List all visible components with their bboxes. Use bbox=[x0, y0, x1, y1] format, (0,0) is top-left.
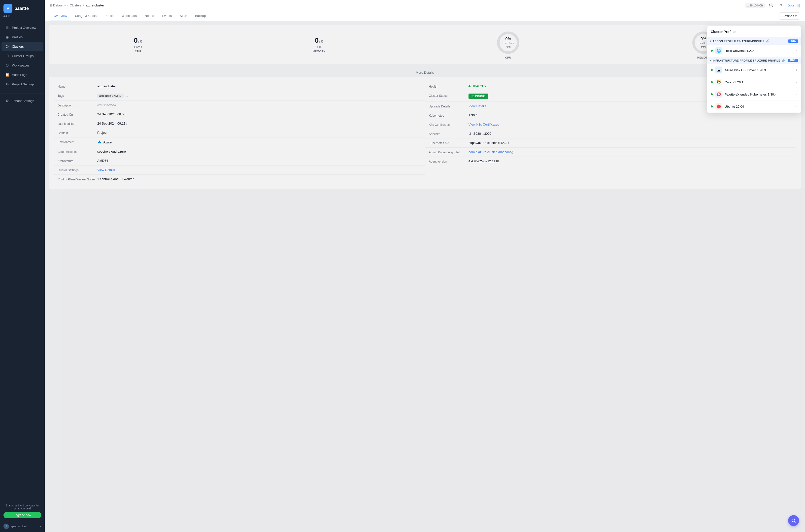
breadcrumb-clusters[interactable]: Clusters bbox=[70, 3, 82, 7]
tag-chip: app: hello-univer... bbox=[97, 94, 123, 98]
collapse-icon[interactable]: ‹ bbox=[40, 525, 41, 528]
profile-name: Hello Universe 1.2.0 bbox=[725, 49, 793, 53]
cluster-status-badge: RUNNING bbox=[468, 94, 488, 99]
logo-area: P palette bbox=[0, 0, 45, 15]
calico-icon: 🐯 bbox=[715, 79, 722, 86]
detail-row-cluster-settings: Cluster Settings View Details bbox=[54, 166, 425, 175]
profile-name: Calico 3.26.1 bbox=[725, 80, 793, 84]
sidebar-item-label: Project Settings bbox=[12, 82, 35, 86]
tags-more[interactable]: ... bbox=[126, 94, 128, 97]
topbar: ⊞ Default ▾ / Clusters / azure-cluster 1… bbox=[45, 0, 805, 11]
architecture-value: AMD64 bbox=[97, 159, 421, 163]
profile-status-dot bbox=[711, 106, 713, 108]
tenant-settings-icon: ⚙ bbox=[5, 99, 9, 103]
audit-logs-icon: 📋 bbox=[5, 73, 9, 77]
profile-item-palette-k8s[interactable]: ⭕ Palette eXtended Kubernetes 1.30.4 › bbox=[707, 88, 801, 100]
detail-row-agent: Agent version 4.4.9/20240912.1118 bbox=[425, 157, 796, 166]
cpu-donut-pct: 0% bbox=[502, 37, 514, 41]
settings-chevron-icon: ▾ bbox=[795, 14, 797, 18]
topbar-right: 1.29/100kCh 💬 ? Docs ||| bbox=[745, 2, 800, 9]
profile-chevron-icon: › bbox=[796, 105, 797, 108]
profile-item-azure-disk[interactable]: ☁ Azure Disk CSI Driver 1.28.3 › bbox=[707, 64, 801, 76]
docs-link[interactable]: Docs bbox=[788, 4, 794, 7]
sidebar-item-label: Profiles bbox=[12, 35, 23, 39]
version-label: 4.4.19 bbox=[0, 15, 45, 21]
help-button[interactable]: ? bbox=[778, 2, 785, 9]
cluster-name-value: azure-cluster bbox=[97, 84, 421, 88]
sidebar-bottom: Start small and only pay for what you us… bbox=[0, 501, 45, 532]
infra-group-label: INFRASTRUCTURE PROFILE TF-AZURE-PROFILE bbox=[712, 59, 780, 62]
tab-workloads[interactable]: Workloads bbox=[118, 11, 141, 21]
chat-button[interactable]: 💬 bbox=[768, 2, 775, 9]
sidebar-item-label: Clusters bbox=[12, 45, 24, 49]
infra-profile-group-header[interactable]: ▾ INFRASTRUCTURE PROFILE TF-AZURE-PROFIL… bbox=[707, 57, 801, 64]
tab-nodes[interactable]: Nodes bbox=[141, 11, 158, 21]
cpu-cores-value: 0 bbox=[134, 37, 138, 44]
tab-events[interactable]: Events bbox=[158, 11, 176, 21]
sidebar-item-clusters[interactable]: ⬡ Clusters bbox=[1, 42, 43, 51]
detail-row-name: Name azure-cluster bbox=[54, 82, 425, 91]
main-content: ⊞ Default ▾ / Clusters / azure-cluster 1… bbox=[45, 0, 805, 532]
cpu-fraction: 0 / 0 bbox=[134, 37, 142, 44]
sidebar-item-workspaces[interactable]: ⬡ Workspaces bbox=[1, 61, 43, 70]
profile-name: Ubuntu 22.04 bbox=[725, 105, 793, 109]
sidebar-item-label: Audit Logs bbox=[12, 73, 27, 77]
mem-metric-label: MEMORY bbox=[312, 50, 325, 53]
more-details-link[interactable]: More Details bbox=[49, 68, 801, 77]
cluster-settings-link[interactable]: View Details bbox=[97, 168, 421, 172]
tab-profile[interactable]: Profile bbox=[100, 11, 118, 21]
profile-chevron-icon: › bbox=[796, 49, 797, 52]
health-dot bbox=[468, 86, 471, 87]
profile-status-dot bbox=[711, 93, 713, 95]
description-value: Not specified. bbox=[97, 103, 421, 107]
tabs-bar: Overview Usage & Costs Profile Workloads… bbox=[45, 11, 805, 21]
sidebar-item-tenant-settings[interactable]: ⚙ Tenant Settings bbox=[1, 96, 43, 105]
spectro-icon: S bbox=[3, 524, 9, 529]
agent-version-value: 4.4.9/20240912.1118 bbox=[468, 159, 792, 163]
content-area: 0 / 0 Cores CPU 0 / 0 Gb MEMORY bbox=[45, 21, 805, 532]
search-icon bbox=[791, 518, 796, 523]
addon-link-icon: 🔗 bbox=[766, 39, 769, 43]
upgrade-button[interactable]: Upgrade now bbox=[3, 512, 41, 518]
kubeconfig-link[interactable]: admin.azure-cluster.kubeconfig bbox=[468, 150, 792, 154]
sidebar-item-audit-logs[interactable]: 📋 Audit Logs bbox=[1, 70, 43, 79]
tab-backups[interactable]: Backups bbox=[191, 11, 211, 21]
service-port-3000[interactable]: :3000 bbox=[483, 132, 492, 135]
tab-usage-costs[interactable]: Usage & Costs bbox=[71, 11, 100, 21]
detail-row-k8s-api: Kubernetes API https://azure-cluster-cf4… bbox=[425, 138, 796, 148]
detail-row-kubeconfig: Admin Kubeconfig File ℹ admin.azure-clus… bbox=[425, 148, 796, 157]
addon-profile-group-header[interactable]: ▾ ADDON PROFILE TF-AZURE-PROFILE 🔗 PROJ bbox=[707, 37, 801, 45]
mem-gb-value: 0 bbox=[315, 37, 319, 44]
sidebar-item-cluster-groups[interactable]: ⬡ Cluster Groups bbox=[1, 51, 43, 60]
ubuntu-icon: 🔴 bbox=[715, 103, 722, 110]
sidebar-item-profiles[interactable]: ◉ Profiles bbox=[1, 33, 43, 41]
detail-row-services: Services ui :8080 :3000 bbox=[425, 129, 796, 138]
sidebar-nav: ⊞ Project Overview ◉ Profiles ⬡ Clusters… bbox=[0, 21, 45, 501]
profile-item-hello-universe[interactable]: 🌐 Hello Universe 1.2.0 › bbox=[707, 45, 801, 57]
profile-item-calico[interactable]: 🐯 Calico 3.26.1 › bbox=[707, 76, 801, 88]
sidebar-item-project-overview[interactable]: ⊞ Project Overview bbox=[1, 23, 43, 32]
kubernetes-version: 1.30.4 bbox=[468, 113, 792, 117]
sidebar-item-label: Cluster Groups bbox=[12, 54, 34, 58]
settings-button[interactable]: Settings ▾ bbox=[779, 13, 800, 20]
profile-chevron-icon: › bbox=[796, 80, 797, 84]
context-value: Project bbox=[97, 131, 421, 134]
tab-overview[interactable]: Overview bbox=[50, 11, 71, 21]
environment-value: Azure bbox=[97, 140, 112, 145]
tags-value: app: hello-univer... ... bbox=[97, 94, 421, 98]
infra-chevron-icon: ▾ bbox=[710, 59, 711, 62]
search-fab[interactable] bbox=[788, 515, 799, 526]
profile-item-ubuntu[interactable]: 🔴 Ubuntu 22.04 › bbox=[707, 100, 801, 113]
service-port-8080[interactable]: :8080 bbox=[473, 132, 481, 135]
tabs: Overview Usage & Costs Profile Workloads… bbox=[50, 11, 211, 21]
tab-scan[interactable]: Scan bbox=[176, 11, 191, 21]
k8s-certs-link[interactable]: View K8s Certificates bbox=[468, 122, 792, 126]
logo-text: palette bbox=[14, 6, 29, 11]
services-value: ui :8080 :3000 bbox=[468, 132, 792, 135]
detail-row-description: Description Not specified. bbox=[54, 101, 425, 110]
sidebar: P palette 4.4.19 ⊞ Project Overview ◉ Pr… bbox=[0, 0, 45, 532]
sidebar-item-project-settings[interactable]: ⚙ Project Settings bbox=[1, 80, 43, 89]
breadcrumb-workspace[interactable]: ⊞ Default ▾ bbox=[50, 3, 66, 7]
copy-api-button[interactable]: ⎘ bbox=[508, 141, 510, 145]
sidebar-item-label: Workspaces bbox=[12, 63, 30, 67]
